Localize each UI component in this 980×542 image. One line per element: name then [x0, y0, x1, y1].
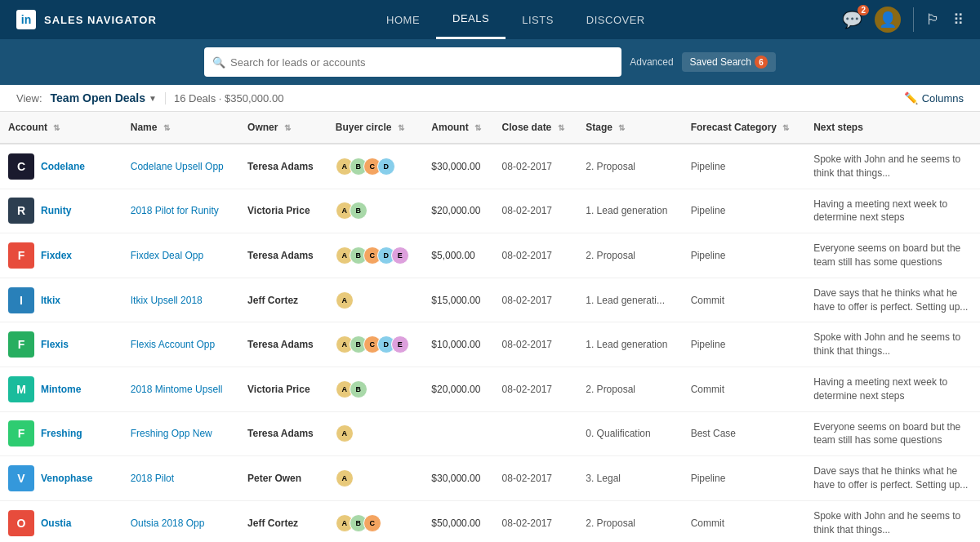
company-name[interactable]: Flexis: [41, 339, 69, 350]
company-name[interactable]: Fixdex: [41, 250, 72, 261]
next-steps-cell: Everyone seems on board but the team sti…: [805, 411, 980, 456]
close-date-cell: 08-02-2017: [494, 189, 578, 233]
col-account[interactable]: Account ⇅: [0, 112, 122, 144]
deal-name-cell[interactable]: Fixdex Deal Opp: [122, 233, 239, 278]
company-name[interactable]: Freshing: [41, 428, 82, 439]
buyer-circle-cell[interactable]: A: [327, 411, 424, 456]
columns-button[interactable]: ✏️ Columns: [904, 91, 964, 104]
account-cell: O Oustia: [0, 500, 122, 542]
flag-button[interactable]: 🏳: [926, 11, 941, 29]
search-icon: 🔍: [212, 56, 225, 69]
buyer-circle[interactable]: A: [336, 291, 416, 309]
user-avatar[interactable]: 👤: [875, 7, 901, 33]
stage-cell: 2. Proposal: [577, 233, 682, 278]
deal-name-cell[interactable]: 2018 Pilot for Runity: [122, 189, 239, 233]
col-close-date[interactable]: Close date ⇅: [494, 112, 578, 144]
close-date-cell: 08-02-2017: [494, 500, 578, 542]
col-name[interactable]: Name ⇅: [122, 112, 239, 144]
company-name[interactable]: Codelane: [41, 161, 85, 172]
account-cell: M Mintome: [0, 367, 122, 411]
nav-deals[interactable]: DEALS: [436, 0, 506, 39]
saved-search-button[interactable]: Saved Search 6: [682, 52, 776, 72]
next-steps-cell: Spoke with John and he seems to think th…: [805, 144, 980, 189]
buyer-circle-cell[interactable]: ABCD: [327, 144, 424, 189]
stage-cell: 1. Lead generati...: [577, 278, 682, 322]
company-name[interactable]: Runity: [41, 205, 71, 216]
deal-name-cell[interactable]: 2018 Pilot: [122, 456, 239, 501]
buyer-circle-cell[interactable]: ABCDE: [327, 233, 424, 278]
table-row: M Mintome 2018 Mintome UpsellVictoria Pr…: [0, 367, 980, 411]
account-cell: I Itkix: [0, 278, 122, 322]
buyer-circle-cell[interactable]: A: [327, 456, 424, 501]
deal-name-cell[interactable]: Flexis Account Opp: [122, 322, 239, 367]
stage-cell: 1. Lead generation: [577, 322, 682, 367]
saved-search-count: 6: [755, 56, 768, 69]
col-amount[interactable]: Amount ⇅: [423, 112, 493, 144]
company-logo: F: [8, 331, 34, 358]
col-next-steps: Next steps: [805, 112, 980, 144]
buyer-circle-cell[interactable]: A: [327, 278, 424, 322]
buyer-circle-cell[interactable]: ABC: [327, 500, 424, 542]
search-input[interactable]: [230, 56, 613, 69]
amount-cell: [423, 411, 493, 456]
chevron-down-icon: ▼: [149, 94, 157, 103]
nav-home[interactable]: HOME: [370, 0, 436, 39]
buyer-circle-cell[interactable]: AB: [327, 189, 424, 233]
buyer-circle[interactable]: ABC: [336, 514, 416, 532]
forecast-cell: Commit: [683, 500, 805, 542]
close-date-cell: 08-02-2017: [494, 144, 578, 189]
col-stage[interactable]: Stage ⇅: [577, 112, 682, 144]
company-name[interactable]: Mintome: [41, 384, 81, 395]
company-name[interactable]: Oustia: [41, 518, 71, 529]
owner-cell: Teresa Adams: [239, 233, 327, 278]
forecast-cell: Best Case: [683, 411, 805, 456]
owner-cell: Peter Owen: [239, 456, 327, 501]
buyer-circle[interactable]: AB: [336, 380, 416, 398]
company-name[interactable]: Venophase: [41, 473, 92, 484]
next-steps-cell: Dave says that he thinks what he have to…: [805, 278, 980, 322]
view-bar: View: Team Open Deals ▼ 16 Deals · $350,…: [0, 85, 980, 112]
advanced-button[interactable]: Advanced: [630, 56, 673, 68]
deals-count: 16 Deals · $350,000.00: [165, 92, 283, 104]
stage-cell: 1. Lead generation: [577, 189, 682, 233]
deal-name-cell[interactable]: Itkix Upsell 2018: [122, 278, 239, 322]
buyer-circle[interactable]: A: [336, 469, 416, 487]
col-owner[interactable]: Owner ⇅: [239, 112, 327, 144]
search-input-wrap: 🔍: [204, 47, 621, 77]
buyer-circle-cell[interactable]: AB: [327, 367, 424, 411]
buyer-circle[interactable]: A: [336, 424, 416, 442]
sort-icon-stage: ⇅: [618, 123, 625, 132]
owner-cell: Victoria Price: [239, 367, 327, 411]
next-steps-cell: Everyone seems on board but the team sti…: [805, 233, 980, 278]
saved-search-label: Saved Search: [690, 56, 751, 68]
deal-name-cell[interactable]: Codelane Upsell Opp: [122, 144, 239, 189]
messages-button[interactable]: 💬 2: [842, 10, 862, 29]
amount-cell: $10,000.00: [423, 322, 493, 367]
col-forecast[interactable]: Forecast Category ⇅: [683, 112, 805, 144]
deal-name-cell[interactable]: Freshing Opp New: [122, 411, 239, 456]
buyer-circle-cell[interactable]: ABCDE: [327, 322, 424, 367]
close-date-cell: 08-02-2017: [494, 367, 578, 411]
company-logo: M: [8, 376, 34, 402]
owner-cell: Teresa Adams: [239, 144, 327, 189]
buyer-circle[interactable]: ABCD: [336, 158, 416, 175]
company-name[interactable]: Itkix: [41, 295, 60, 306]
buyer-avatar: B: [350, 380, 368, 398]
buyer-circle[interactable]: AB: [336, 202, 416, 220]
deal-name-cell[interactable]: 2018 Mintome Upsell: [122, 367, 239, 411]
amount-cell: $50,000.00: [423, 500, 493, 542]
nav-discover[interactable]: DISCOVER: [570, 0, 662, 39]
nav-lists[interactable]: LISTS: [506, 0, 570, 39]
stage-cell: 2. Proposal: [577, 367, 682, 411]
deal-name-cell[interactable]: Outsia 2018 Opp: [122, 500, 239, 542]
buyer-circle[interactable]: ABCDE: [336, 335, 416, 353]
grid-button[interactable]: ⠿: [953, 11, 964, 29]
buyer-avatar: C: [363, 514, 381, 532]
sort-icon-close-date: ⇅: [558, 123, 564, 132]
table-row: C Codelane Codelane Upsell OppTeresa Ada…: [0, 144, 980, 189]
col-buyer-circle[interactable]: Buyer circle ⇅: [327, 112, 424, 144]
buyer-circle[interactable]: ABCDE: [336, 247, 416, 264]
view-select-dropdown[interactable]: Team Open Deals ▼: [51, 91, 157, 104]
next-steps-cell: Spoke with John and he seems to think th…: [805, 500, 980, 542]
forecast-cell: Pipeline: [683, 456, 805, 501]
